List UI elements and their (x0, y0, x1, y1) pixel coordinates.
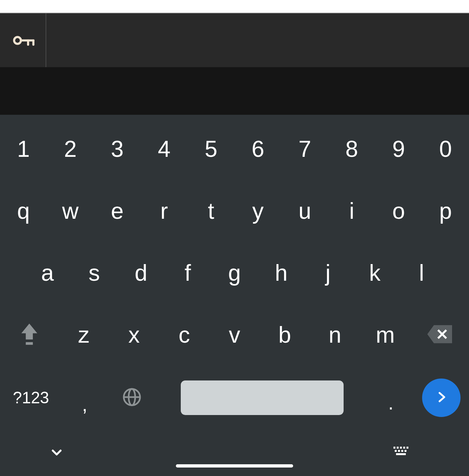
key-o[interactable]: o (375, 180, 422, 242)
gesture-handle[interactable] (176, 464, 293, 468)
language-key[interactable] (107, 387, 156, 408)
key-1[interactable]: 1 (0, 118, 47, 180)
key-g[interactable]: g (211, 242, 258, 304)
password-suggestion-button[interactable] (0, 13, 46, 67)
key-e[interactable]: e (94, 180, 141, 242)
key-4[interactable]: 4 (141, 118, 188, 180)
key-j[interactable]: j (305, 242, 351, 304)
key-q[interactable]: q (0, 180, 47, 242)
key-c[interactable]: c (159, 322, 209, 348)
key-s[interactable]: s (71, 242, 118, 304)
space-key[interactable] (156, 380, 368, 415)
key-icon (10, 28, 36, 53)
key-d[interactable]: d (118, 242, 164, 304)
period-key[interactable]: . (368, 382, 414, 414)
key-2[interactable]: 2 (47, 118, 94, 180)
qwerty-row: q w e r t y u i o p (0, 180, 469, 242)
number-row: 1 2 3 4 5 6 7 8 9 0 (0, 118, 469, 180)
screen: 1 2 3 4 5 6 7 8 9 0 q w e r t y u i o p … (0, 0, 469, 476)
status-bar-gap (0, 0, 469, 13)
key-9[interactable]: 9 (375, 118, 422, 180)
svg-rect-13 (403, 447, 405, 449)
enter-key[interactable] (414, 379, 469, 417)
key-v[interactable]: v (209, 322, 260, 348)
shift-icon (19, 322, 40, 348)
key-t[interactable]: t (188, 180, 234, 242)
asdf-row: a s d f g h j k l (0, 242, 469, 304)
key-n[interactable]: n (310, 322, 360, 348)
suggestion-bar (0, 13, 469, 67)
svg-rect-15 (395, 450, 397, 452)
svg-rect-16 (398, 450, 400, 452)
key-0[interactable]: 0 (422, 118, 469, 180)
key-f[interactable]: f (164, 242, 211, 304)
key-b[interactable]: b (260, 322, 310, 348)
key-a[interactable]: a (24, 242, 71, 304)
collapse-keyboard-button[interactable] (49, 445, 64, 462)
space-bar (181, 380, 344, 415)
key-r[interactable]: r (141, 180, 188, 242)
bottom-row: ?123 , . (0, 366, 469, 430)
svg-rect-4 (26, 342, 33, 345)
key-7[interactable]: 7 (281, 118, 328, 180)
backspace-key[interactable] (410, 325, 469, 345)
keyboard-switch-icon (392, 454, 410, 459)
arrow-right-icon (434, 390, 448, 406)
svg-rect-19 (396, 453, 406, 455)
keyboard: 1 2 3 4 5 6 7 8 9 0 q w e r t y u i o p … (0, 115, 469, 432)
key-5[interactable]: 5 (188, 118, 234, 180)
key-p[interactable]: p (422, 180, 469, 242)
symbols-key[interactable]: ?123 (0, 388, 62, 407)
svg-rect-14 (406, 447, 408, 449)
key-m[interactable]: m (360, 322, 410, 348)
svg-rect-12 (400, 447, 402, 449)
svg-rect-17 (401, 450, 403, 452)
globe-icon (122, 387, 142, 408)
key-8[interactable]: 8 (328, 118, 375, 180)
key-k[interactable]: k (351, 242, 398, 304)
key-i[interactable]: i (328, 180, 375, 242)
nav-bar (0, 432, 469, 476)
suggestion-strip (0, 67, 469, 115)
key-z[interactable]: z (59, 322, 109, 348)
key-u[interactable]: u (281, 180, 328, 242)
enter-button (422, 379, 461, 417)
comma-key[interactable]: , (62, 380, 107, 416)
key-l[interactable]: l (398, 242, 445, 304)
key-3[interactable]: 3 (94, 118, 141, 180)
key-y[interactable]: y (234, 180, 281, 242)
key-x[interactable]: x (109, 322, 159, 348)
key-h[interactable]: h (258, 242, 305, 304)
backspace-icon (427, 325, 452, 345)
svg-rect-11 (397, 447, 399, 449)
shift-key[interactable] (0, 322, 59, 348)
key-6[interactable]: 6 (234, 118, 281, 180)
svg-rect-18 (405, 450, 406, 452)
svg-rect-10 (393, 447, 395, 449)
chevron-down-icon (49, 456, 64, 461)
keyboard-switcher-button[interactable] (392, 445, 410, 460)
zxcv-row: z x c v b n m (0, 304, 469, 366)
key-w[interactable]: w (47, 180, 94, 242)
